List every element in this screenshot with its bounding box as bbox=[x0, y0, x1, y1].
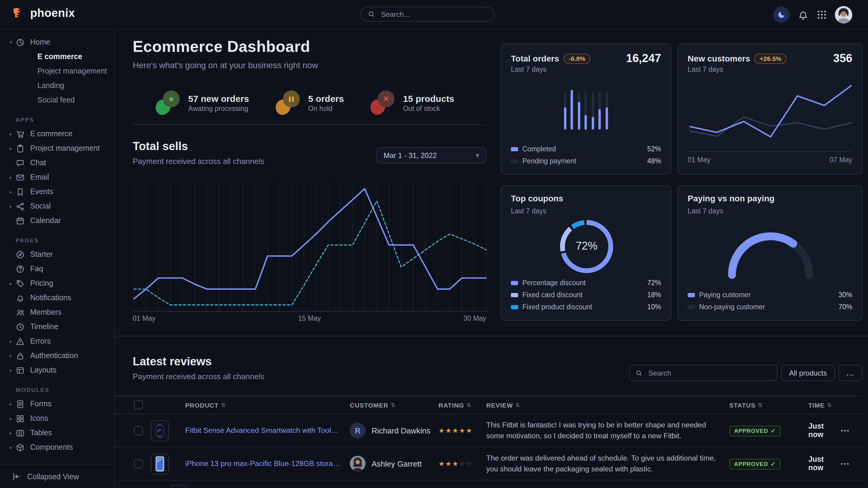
sidebar-item-members[interactable]: Members bbox=[0, 305, 114, 320]
reviews-search-input[interactable] bbox=[647, 368, 771, 378]
check-icon: ✓ bbox=[771, 461, 776, 467]
apps-menu-button[interactable] bbox=[817, 9, 827, 20]
caret-icon: ▸ bbox=[8, 416, 14, 421]
sidebar-item-label: Notifications bbox=[30, 294, 71, 302]
caret-icon: ▸ bbox=[8, 445, 14, 450]
legend-label: Fixed card discount bbox=[522, 291, 643, 298]
reviews-more-button[interactable]: ... bbox=[838, 365, 863, 381]
profile-avatar[interactable] bbox=[835, 6, 852, 23]
legend-row: Completed52% bbox=[511, 144, 661, 154]
sidebar-nav: ▾HomeE commerceProject managementLanding… bbox=[0, 29, 114, 464]
stat-label: Out of stock bbox=[403, 105, 454, 112]
sidebar-item-label: Faq bbox=[30, 265, 43, 273]
sidebar-item-icons[interactable]: ▸Icons bbox=[0, 411, 114, 426]
sidebar-subitem-social-feed[interactable]: Social feed bbox=[0, 93, 114, 107]
product-link[interactable]: iPhone 13 pro max-Pacific Blue-128GB sto… bbox=[185, 459, 350, 468]
sidebar-item-email[interactable]: ▸Email bbox=[0, 170, 114, 185]
legend-label: Percentage discount bbox=[522, 279, 643, 286]
legend-label: Completed bbox=[522, 145, 643, 153]
row-menu-button[interactable]: ••• bbox=[841, 427, 863, 434]
date-range-select[interactable]: Mar 1 - 31, 2022 ▾ bbox=[376, 147, 486, 163]
column-header-customer[interactable]: CUSTOMER⇅ bbox=[350, 401, 438, 409]
global-search[interactable] bbox=[360, 7, 495, 22]
column-header-product[interactable]: PRODUCT⇅ bbox=[185, 401, 350, 409]
sort-icon: ⇅ bbox=[516, 402, 520, 408]
customer-cell[interactable]: RRichard Dawkins bbox=[350, 423, 438, 438]
sidebar-item-social[interactable]: ▸Social bbox=[0, 199, 114, 214]
question-icon bbox=[16, 264, 25, 273]
product-image[interactable] bbox=[151, 420, 169, 441]
file-icon bbox=[16, 399, 25, 409]
column-header-label: STATUS bbox=[729, 401, 755, 409]
stat-label: On hold bbox=[308, 105, 344, 112]
stat-green: ★57 new ordersAwating processing bbox=[156, 90, 249, 115]
collapse-sidebar-button[interactable]: Collapsed View bbox=[0, 464, 114, 488]
sidebar-item-e-commerce[interactable]: ▸E commerce bbox=[0, 127, 114, 141]
card-title: Top coupons bbox=[511, 194, 563, 203]
reviews-search[interactable] bbox=[629, 365, 777, 381]
caret-icon: ▸ bbox=[8, 367, 14, 373]
legend-swatch bbox=[511, 147, 518, 151]
bell-icon bbox=[16, 293, 25, 302]
customer-cell[interactable]: Ashley Garrett bbox=[350, 456, 438, 471]
card-value: 356 bbox=[833, 52, 852, 65]
brand-logo[interactable]: phoenix bbox=[11, 6, 75, 21]
global-search-input[interactable] bbox=[380, 9, 487, 19]
table-row: Fitbit Sense Advanced Smartwatch with To… bbox=[115, 414, 863, 447]
sidebar-item-notifications[interactable]: Notifications bbox=[0, 291, 114, 305]
donut-center-value: 72% bbox=[501, 240, 672, 253]
sidebar-item-label: Email bbox=[30, 173, 49, 182]
product-link[interactable]: Fitbit Sense Advanced Smartwatch with To… bbox=[185, 426, 350, 435]
row-menu-button[interactable]: ••• bbox=[841, 460, 863, 467]
sidebar-item-forms[interactable]: ▸Forms bbox=[0, 397, 114, 411]
all-products-button[interactable]: All products bbox=[781, 365, 835, 381]
stat-value: 57 new orders bbox=[188, 93, 249, 103]
review-text: The order was delivered ahead of schedul… bbox=[486, 452, 717, 475]
sidebar-item-tables[interactable]: ▸Tables bbox=[0, 426, 114, 440]
column-header-status[interactable]: STATUS⇅ bbox=[729, 401, 808, 409]
sidebar-subitem-landing[interactable]: Landing bbox=[0, 78, 114, 93]
theme-toggle-button[interactable] bbox=[773, 6, 789, 23]
sidebar-item-chat[interactable]: Chat bbox=[0, 156, 114, 170]
caret-icon: ▸ bbox=[8, 131, 14, 136]
sidebar-item-project-management[interactable]: ▸Project management bbox=[0, 141, 114, 156]
chart-axis bbox=[688, 151, 852, 152]
sidebar-subitem-project-management[interactable]: Project management bbox=[0, 64, 114, 78]
sidebar-item-authentication[interactable]: ▸Authentication bbox=[0, 349, 114, 363]
sidebar-item-label: Home bbox=[30, 38, 50, 46]
check-icon: ✓ bbox=[771, 428, 776, 434]
status-badge: APPROVED ✓ bbox=[729, 459, 780, 469]
legend-label: Fixed product discount bbox=[522, 303, 643, 311]
stat-text: 5 ordersOn hold bbox=[308, 93, 344, 112]
notifications-button[interactable] bbox=[798, 9, 809, 20]
sidebar-item-starter[interactable]: Starter bbox=[0, 247, 114, 262]
calendar-icon bbox=[16, 216, 25, 225]
sidebar-item-layouts[interactable]: ▸Layouts bbox=[0, 363, 114, 378]
sidebar-item-home[interactable]: ▾Home bbox=[0, 35, 114, 50]
sidebar-item-faq[interactable]: Faq bbox=[0, 262, 114, 276]
row-checkbox[interactable] bbox=[134, 459, 143, 468]
sidebar: ▾HomeE commerceProject managementLanding… bbox=[0, 29, 115, 488]
product-image[interactable] bbox=[151, 453, 169, 474]
bookmark-icon bbox=[16, 187, 25, 196]
column-header-time[interactable]: TIME⇅ bbox=[808, 401, 841, 409]
select-all-checkbox[interactable] bbox=[134, 400, 143, 409]
legend-swatch bbox=[688, 305, 695, 309]
sidebar-item-timeline[interactable]: Timeline bbox=[0, 320, 114, 334]
paying-legend: Paying customer30%Non-paying customer70% bbox=[688, 288, 852, 312]
legend-label: Pending payment bbox=[522, 157, 643, 165]
sidebar-item-errors[interactable]: ▸Errors bbox=[0, 334, 114, 349]
sidebar-item-pricing[interactable]: ▸Pricing bbox=[0, 276, 114, 291]
column-header-rating[interactable]: RATING⇅ bbox=[438, 401, 486, 409]
top-navbar: phoenix bbox=[0, 0, 868, 30]
sidebar-item-calendar[interactable]: Calendar bbox=[0, 214, 114, 228]
sidebar-subitem-e-commerce[interactable]: E commerce bbox=[0, 50, 114, 64]
sidebar-item-events[interactable]: ▸Events bbox=[0, 185, 114, 199]
columns-icon bbox=[16, 428, 25, 437]
column-header-review[interactable]: REVIEW⇅ bbox=[486, 401, 729, 409]
sidebar-item-components[interactable]: ▸Components bbox=[0, 440, 114, 455]
quick-stats: ★57 new ordersAwating processing5 orders… bbox=[156, 90, 454, 115]
new-customers-card: New customers +26.5% 356 Last 7 days 01 … bbox=[677, 43, 863, 175]
reviews-table-header: PRODUCT⇅CUSTOMER⇅RATING⇅REVIEW⇅STATUS⇅TI… bbox=[115, 395, 863, 414]
row-checkbox[interactable] bbox=[134, 426, 143, 435]
